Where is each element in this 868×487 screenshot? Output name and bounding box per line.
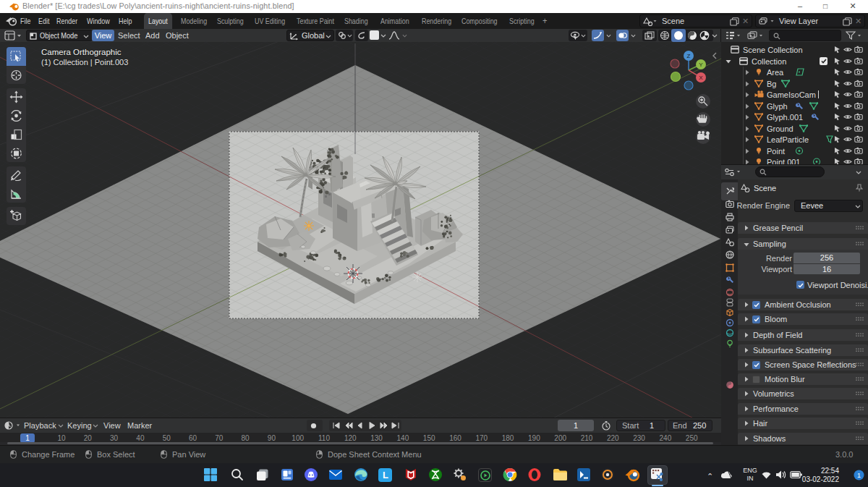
svg-text:1: 1 <box>857 472 861 479</box>
svg-text:Y: Y <box>699 62 703 68</box>
svg-text:Z: Z <box>687 53 691 59</box>
svg-text:X: X <box>699 75 703 81</box>
